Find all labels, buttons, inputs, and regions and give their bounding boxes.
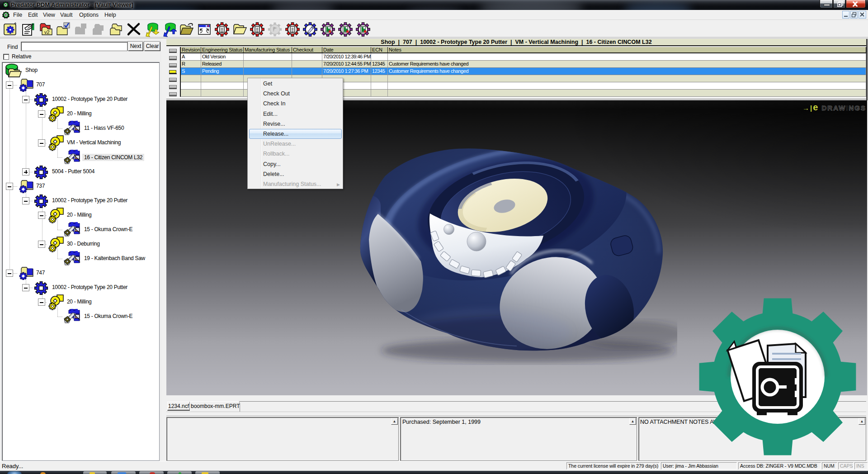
svg-text:v2: v2 — [44, 29, 50, 35]
